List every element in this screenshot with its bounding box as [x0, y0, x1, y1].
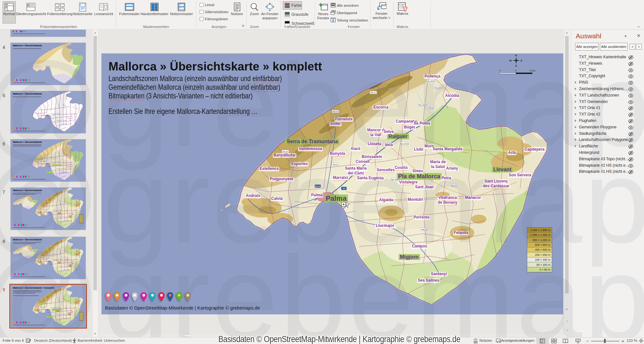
svg-text:Ma-13: Ma-13 [429, 107, 434, 109]
svg-text:Ma-10: Ma-10 [333, 111, 338, 113]
svg-text:1.000 < 1.300 m: 1.000 < 1.300 m [530, 233, 550, 237]
svg-text:E: E [521, 59, 523, 62]
svg-text:Ma-10: Ma-10 [282, 151, 288, 153]
svg-text:5: 5 [515, 70, 516, 72]
svg-text:Ma-11: Ma-11 [333, 163, 338, 165]
svg-text:0 < 50 m: 0 < 50 m [540, 268, 550, 271]
svg-text:10 km: 10 km [530, 70, 535, 72]
svg-text:✈: ✈ [342, 202, 345, 206]
svg-text:Ma-19: Ma-19 [421, 228, 427, 230]
svg-text:Ma-2200: Ma-2200 [419, 104, 426, 106]
svg-text:20: 20 [343, 188, 345, 190]
svg-text:Ma-3410: Ma-3410 [401, 143, 408, 145]
svg-text:1.300 < 1.500 m: 1.300 < 1.500 m [530, 228, 550, 232]
svg-text:600 < 800 m: 600 < 800 m [535, 243, 551, 246]
svg-text:100 < 150 m: 100 < 150 m [535, 258, 551, 261]
svg-text:200 < 400 m: 200 < 400 m [535, 253, 551, 256]
svg-text:Ma-15: Ma-15 [451, 185, 457, 187]
svg-text:400 < 600 m: 400 < 600 m [535, 248, 551, 251]
svg-text:50 < 100 m: 50 < 100 m [536, 263, 550, 266]
svg-text:N: N [515, 54, 517, 57]
svg-text:Ma-2200: Ma-2200 [435, 87, 442, 89]
svg-text:Ma-11: Ma-11 [371, 92, 376, 94]
svg-text:0: 0 [499, 70, 501, 72]
svg-text:800 < 1.000 m: 800 < 1.000 m [533, 238, 550, 242]
svg-text:Ma-2200: Ma-2200 [427, 80, 435, 82]
svg-text:Ma-20: Ma-20 [315, 185, 321, 187]
svg-text:W: W [509, 59, 512, 62]
svg-text:S: S [515, 64, 517, 67]
